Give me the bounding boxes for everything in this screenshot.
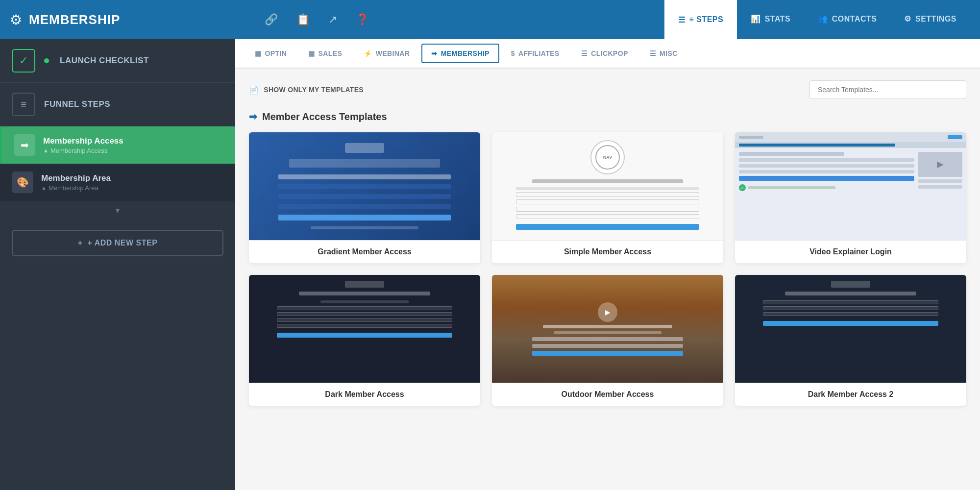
clickpop-tab[interactable]: ☰ CLICKPOP [571,44,638,63]
template-card-simple-member-access[interactable]: NAV Simple Member Access [492,132,723,263]
template-name-outdoor: Outdoor Member Access [492,383,723,406]
affiliates-tab[interactable]: $ AFFILIATES [501,44,569,63]
thumb-header-bar [739,136,763,139]
thumb-header-btn [948,135,962,139]
header-title: MEMBERSHIP [29,12,120,27]
sidebar-item-funnel-steps[interactable]: ≡ FUNNEL STEPS [0,83,235,126]
thumb-dark-field-3 [277,318,452,322]
thumb-cta-simple [516,224,699,230]
funnel-steps-label: FUNNEL STEPS [44,99,110,109]
misc-tab-label: MISC [660,49,678,57]
membership-tab[interactable]: ➡ MEMBERSHIP [421,44,499,63]
sidebar-step-membership-access[interactable]: ➡ Membership Access ▲ Membership Access [0,126,235,164]
membership-area-info: Membership Area ▲ Membership Area [41,173,223,192]
membership-access-icon: ➡ [14,134,35,156]
chevron-down-icon[interactable]: ▾ [0,201,235,220]
sales-tab[interactable]: ▦ SALES [298,44,352,63]
webinar-tab-label: WEBINAR [376,49,410,57]
stats-nav-label: STATS [765,15,791,24]
stats-nav-icon: 📊 [751,14,761,24]
add-step-button[interactable]: + + ADD NEW STEP [12,230,223,256]
affiliates-tab-icon: $ [511,49,515,57]
membership-area-sub-label: Membership Area [49,184,98,192]
steps-nav-label: ≡ STEPS [689,15,723,24]
membership-access-info: Membership Access ▲ Membership Access [43,136,223,154]
funnel-steps-icon: ≡ [12,93,35,116]
thumb-field-a [516,192,699,197]
steps-nav-item[interactable]: ☰ ≡ STEPS [664,0,737,39]
thumb-field-4 [278,204,451,209]
thumb-field-1 [278,174,451,179]
optin-tab[interactable]: ▦ OPTIN [245,44,296,63]
thumb-outdoor-field-1 [532,337,683,341]
template-card-gradient-member-access[interactable]: Gradient Member Access [249,132,480,263]
settings-nav-icon: ⚙ [904,14,911,24]
thumb-video-desc2 [918,185,962,189]
thumb-title [289,159,440,168]
template-card-outdoor-member-access[interactable]: ▶ Outdoor Member Access [492,275,723,406]
show-my-templates-toggle[interactable]: 📄 SHOW ONLY MY TEMPLATES [249,85,364,95]
thumb-vfield-2 [739,164,914,168]
sidebar: ✓ LAUNCH CHECKLIST ≡ FUNNEL STEPS ➡ Memb… [0,39,235,490]
thumb-video-left: ✓ [739,152,914,236]
thumb-dark-btn [277,333,452,338]
template-thumb-dark2 [735,275,966,383]
search-templates-input[interactable] [809,80,966,99]
settings-nav-item[interactable]: ⚙ SETTINGS [890,0,970,39]
thumb-video-desc [918,179,962,183]
sidebar-item-launch-checklist[interactable]: ✓ LAUNCH CHECKLIST [0,39,235,83]
thumb-title-bar [532,179,683,183]
steps-nav-icon: ☰ [678,15,686,24]
webinar-tab[interactable]: ⚡ WEBINAR [354,44,419,63]
contacts-nav-item[interactable]: 👥 CONTACTS [804,0,890,39]
export-tool-button[interactable]: ↗ [323,10,342,29]
membership-area-icon: 🎨 [12,172,33,193]
sidebar-step-membership-area[interactable]: 🎨 Membership Area ▲ Membership Area [0,164,235,201]
affiliates-tab-label: AFFILIATES [518,49,560,57]
membership-area-sub: ▲ Membership Area [41,184,223,192]
thumb-text [516,187,699,190]
thumb-form-title [739,152,844,156]
template-grid: Gradient Member Access NAV [249,132,966,406]
add-step-plus-icon: + [78,239,83,247]
thumb-logo-inner: NAV [595,145,620,170]
thumb-dark-sub [320,300,408,303]
stats-nav-item[interactable]: 📊 STATS [737,0,804,39]
show-my-templates-label: SHOW ONLY MY TEMPLATES [264,86,364,94]
thumb-dark2-field-2 [763,306,938,310]
webinar-tab-icon: ⚡ [364,49,372,57]
template-card-dark-member-access-2[interactable]: Dark Member Access 2 [735,275,966,406]
template-card-video-explainer[interactable]: ✓ ▶ [735,132,966,263]
optin-tab-label: OPTIN [265,49,287,57]
template-card-dark-member-access[interactable]: Dark Member Access [249,275,480,406]
sub-tabs-bar: ▦ OPTIN ▦ SALES ⚡ WEBINAR ➡ MEMBERSHIP $… [235,39,980,69]
contacts-nav-icon: 👥 [818,14,828,24]
template-name-gradient: Gradient Member Access [249,240,480,263]
thumb-check-icon: ✓ [739,184,746,191]
help-tool-button[interactable]: ❓ [351,10,374,29]
template-thumb-dark [249,275,480,383]
main-layout: ✓ LAUNCH CHECKLIST ≡ FUNNEL STEPS ➡ Memb… [0,39,980,490]
thumb-outdoor-btn [532,351,683,356]
thumb-video-header [735,132,966,142]
checklist-icon: ✓ [12,49,35,73]
template-name-simple: Simple Member Access [492,240,723,263]
sales-tab-label: SALES [318,49,343,57]
thumb-field-2 [278,184,451,189]
misc-tab[interactable]: ☰ MISC [640,44,687,63]
thumb-cta [278,215,451,220]
header-nav: ☰ ≡ STEPS 📊 STATS 👥 CONTACTS ⚙ SETTINGS [664,0,970,39]
link-tool-button[interactable]: 🔗 [260,10,283,29]
membership-tab-icon: ➡ [431,49,437,57]
contacts-nav-label: CONTACTS [832,15,877,24]
thumb-dark-field-4 [277,324,452,328]
thumb-outdoor-content: ▶ [500,302,715,356]
thumb-vfield-1 [739,158,914,162]
content-body: 📄 SHOW ONLY MY TEMPLATES ➡ Member Access… [235,69,980,490]
optin-tab-icon: ▦ [255,49,261,57]
gear-icon: ⚙ [10,12,22,28]
section-title-icon: ➡ [249,111,257,122]
thumb-field-d [516,214,699,219]
copy-tool-button[interactable]: 📋 [292,10,315,29]
thumb-dark2-field-1 [763,300,938,304]
